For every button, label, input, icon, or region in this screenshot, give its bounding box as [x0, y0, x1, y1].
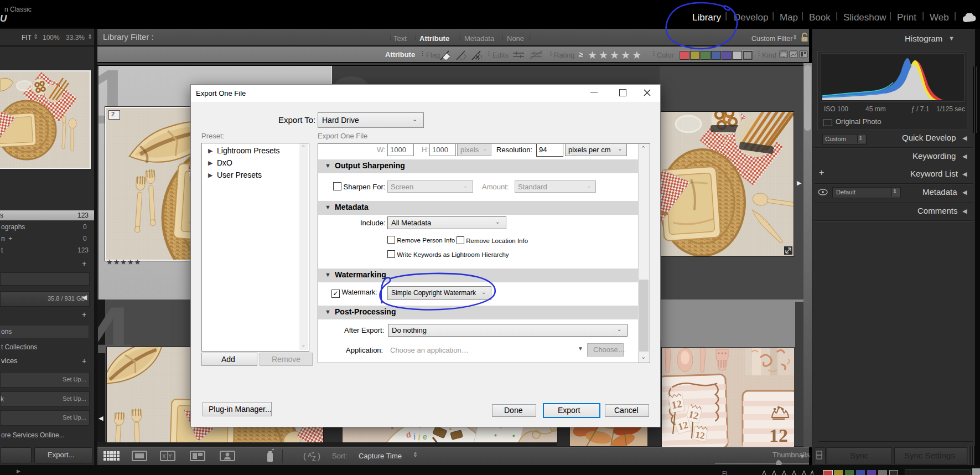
svg-text:A: A — [308, 452, 312, 458]
svg-text:(: ( — [303, 451, 306, 461]
svg-text:X: X — [162, 453, 166, 459]
svg-text:12: 12 — [694, 430, 706, 442]
svg-text:Z: Z — [312, 455, 316, 462]
svg-text:i: i — [413, 432, 416, 441]
svg-text:Y: Y — [168, 453, 172, 459]
svg-text:12: 12 — [769, 425, 788, 446]
svg-text:12: 12 — [671, 397, 683, 411]
svg-text:e: e — [423, 432, 427, 441]
svg-text:): ) — [318, 451, 320, 461]
